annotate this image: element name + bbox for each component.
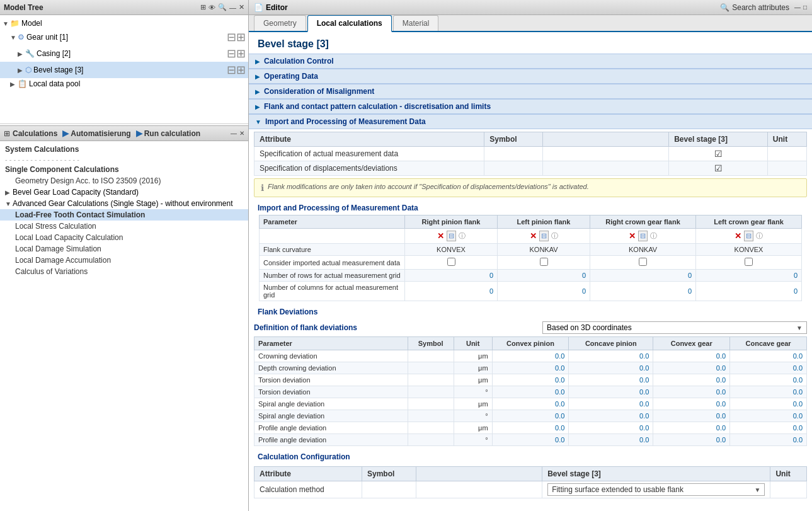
section-consideration[interactable]: ▶ Consideration of Misalignment xyxy=(249,84,812,99)
close-tree-icon[interactable]: ✕ xyxy=(239,3,244,11)
meas-consider-lp[interactable] xyxy=(498,256,590,270)
tab-local-calculations[interactable]: Local calculations xyxy=(307,15,392,32)
dev-sym-2 xyxy=(408,374,454,386)
calc-local-damage[interactable]: Local Damage Simulation xyxy=(0,243,248,255)
dev-cp-0[interactable]: 0.0 xyxy=(492,350,569,362)
editor-minimize-icon[interactable]: — xyxy=(794,4,801,11)
dev-cng-4[interactable]: 0.0 xyxy=(730,398,807,410)
calc-advanced-gear[interactable]: ▼ Advanced Gear Calculations (Single Sta… xyxy=(0,198,248,209)
lc-x-icon[interactable]: ✕ xyxy=(735,231,741,241)
calc-load-free[interactable]: Load-Free Tooth Contact Simulation xyxy=(0,209,248,221)
tree-item-model[interactable]: ▼ 📁 Model xyxy=(0,18,248,29)
section-calc-control[interactable]: ▶ Calculation Control xyxy=(249,54,812,69)
checkbox-disp[interactable]: ☑ xyxy=(714,163,723,173)
dev-cnp-3[interactable]: 0.0 xyxy=(569,386,653,398)
calc-minimize-icon[interactable]: — xyxy=(231,130,237,137)
flank-def-dropdown[interactable]: Based on 3D coordinates ▼ xyxy=(542,321,807,334)
calc-advanced-label: Advanced Gear Calculations (Single Stage… xyxy=(13,199,233,208)
config-calc-method-value[interactable]: Fitting surface extended to usable flank… xyxy=(542,481,770,498)
dev-cng-3[interactable]: 0.0 xyxy=(730,386,807,398)
editor-maximize-icon[interactable]: □ xyxy=(803,4,807,11)
cb-rc[interactable] xyxy=(639,258,647,266)
dev-cg-5[interactable]: 0.0 xyxy=(653,410,730,422)
calc-local-load[interactable]: Local Load Capacity Calculation xyxy=(0,232,248,243)
section-flank-contact[interactable]: ▶ Flank and contact pattern calculation … xyxy=(249,99,812,114)
rp-x-icon[interactable]: ✕ xyxy=(437,231,444,241)
checkbox-actual[interactable]: ☑ xyxy=(714,149,723,159)
dev-cg-6[interactable]: 0.0 xyxy=(653,422,730,434)
dev-cg-3[interactable]: 0.0 xyxy=(653,386,730,398)
tree-item-localdatapool[interactable]: ▶ 📋 Local data pool xyxy=(0,78,248,89)
dev-cg-4[interactable]: 0.0 xyxy=(653,398,730,410)
dev-cp-1[interactable]: 0.0 xyxy=(492,362,569,374)
dev-cnp-0[interactable]: 0.0 xyxy=(569,350,653,362)
lc-copy-icon[interactable]: ⊟ xyxy=(744,231,753,241)
dev-cp-6[interactable]: 0.0 xyxy=(492,422,569,434)
dev-cng-7[interactable]: 0.0 xyxy=(730,434,807,446)
attr-cell-disp-check[interactable]: ☑ xyxy=(669,161,768,176)
dev-cg-1[interactable]: 0.0 xyxy=(653,362,730,374)
grid-view-icon[interactable]: ⊞ xyxy=(200,3,206,11)
dev-cnp-4[interactable]: 0.0 xyxy=(569,398,653,410)
dev-cp-4[interactable]: 0.0 xyxy=(492,398,569,410)
tree-item-bevel[interactable]: ▶ ⬡ Bevel stage [3] ⊟⊞ xyxy=(0,62,248,78)
search-tree-icon[interactable]: 🔍 xyxy=(218,3,227,11)
eye-icon[interactable]: 👁 xyxy=(209,4,215,11)
calc-calculus-label: Calculus of Variations xyxy=(15,267,88,276)
flank-def-row: Definition of flank deviations Based on … xyxy=(249,319,812,336)
cb-rp[interactable] xyxy=(447,258,455,266)
calc-calculus[interactable]: Calculus of Variations xyxy=(0,266,248,277)
dev-cp-7[interactable]: 0.0 xyxy=(492,434,569,446)
cb-lp[interactable] xyxy=(540,258,548,266)
cb-lc[interactable] xyxy=(745,258,753,266)
attr-cell-actual-check[interactable]: ☑ xyxy=(669,147,768,161)
section-import[interactable]: ▼ Import and Processing of Measurement D… xyxy=(249,114,812,129)
rp-info-icon[interactable]: ⓘ xyxy=(459,231,466,241)
dev-cg-2[interactable]: 0.0 xyxy=(653,374,730,386)
dev-cnp-5[interactable]: 0.0 xyxy=(569,410,653,422)
search-attributes-button[interactable]: 🔍 Search attributes xyxy=(720,3,789,12)
lc-info-icon[interactable]: ⓘ xyxy=(756,231,763,241)
calc-close-icon[interactable]: ✕ xyxy=(239,130,244,137)
rc-copy-icon[interactable]: ⊟ xyxy=(638,231,648,241)
dev-cp-3[interactable]: 0.0 xyxy=(492,386,569,398)
calc-bevel-gear-load[interactable]: ▶ Bevel Gear Load Capacity (Standard) xyxy=(0,187,248,198)
calc-local-stress[interactable]: Local Stress Calculation xyxy=(0,221,248,232)
lp-x-icon[interactable]: ✕ xyxy=(530,231,537,241)
tab-geometry[interactable]: Geometry xyxy=(254,15,306,31)
dev-cng-6[interactable]: 0.0 xyxy=(730,422,807,434)
dev-cng-2[interactable]: 0.0 xyxy=(730,374,807,386)
tree-item-gearunit[interactable]: ▼ ⚙ Gear unit [1] ⊟⊞ xyxy=(0,29,248,45)
calc-geometry-design[interactable]: Geometry Design Acc. to ISO 23509 (2016) xyxy=(0,175,248,187)
dev-cp-2[interactable]: 0.0 xyxy=(492,374,569,386)
meas-consider-lc[interactable] xyxy=(696,256,802,270)
tab-run-calculation[interactable]: ▶ Run calculation xyxy=(136,129,200,138)
lp-info-icon[interactable]: ⓘ xyxy=(551,231,558,241)
lp-copy-icon[interactable]: ⊟ xyxy=(539,231,549,241)
dev-cng-0[interactable]: 0.0 xyxy=(730,350,807,362)
calc-local-damage-acc[interactable]: Local Damage Accumulation xyxy=(0,255,248,266)
rp-copy-icon[interactable]: ⊟ xyxy=(447,231,456,241)
folder-icon-ldp: 📋 xyxy=(18,79,27,88)
meas-consider-rc[interactable] xyxy=(590,256,696,270)
dev-cp-5[interactable]: 0.0 xyxy=(492,410,569,422)
tree-item-casing[interactable]: ▶ 🔧 Casing [2] ⊟⊞ xyxy=(0,45,248,62)
minimize-tree-icon[interactable]: — xyxy=(229,4,236,11)
dev-cnp-2[interactable]: 0.0 xyxy=(569,374,653,386)
rc-info-icon[interactable]: ⓘ xyxy=(650,231,657,241)
dev-cnp-1[interactable]: 0.0 xyxy=(569,362,653,374)
dev-cg-7[interactable]: 0.0 xyxy=(653,434,730,446)
tab-material[interactable]: Material xyxy=(393,15,439,31)
dev-cng-1[interactable]: 0.0 xyxy=(730,362,807,374)
dev-cnp-6[interactable]: 0.0 xyxy=(569,422,653,434)
section-operating-data[interactable]: ▶ Operating Data xyxy=(249,69,812,84)
tab-calculations[interactable]: Calculations xyxy=(13,129,57,138)
dev-cnp-7[interactable]: 0.0 xyxy=(569,434,653,446)
calc-method-dropdown[interactable]: Fitting surface extended to usable flank… xyxy=(547,483,765,496)
dev-cng-5[interactable]: 0.0 xyxy=(730,410,807,422)
tab-automatisierung[interactable]: ▶ Automatisierung xyxy=(62,129,130,138)
meas-consider-rp[interactable] xyxy=(405,256,498,270)
rc-x-icon[interactable]: ✕ xyxy=(629,231,636,241)
dev-cg-0[interactable]: 0.0 xyxy=(653,350,730,362)
content-area: Bevel stage [3] ▶ Calculation Control ▶ … xyxy=(249,32,812,511)
